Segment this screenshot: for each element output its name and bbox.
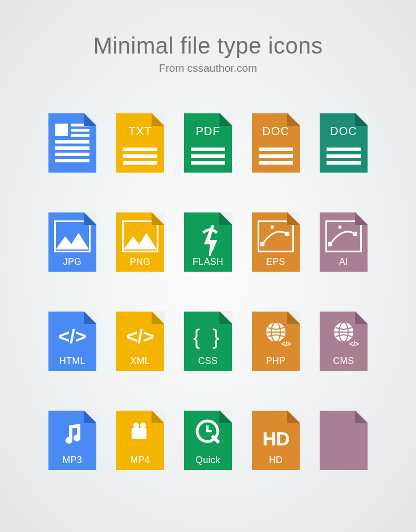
file-label: DOC [252,125,300,138]
file-icon-jpg: JPG [48,212,96,272]
file-icon-quick: Quick [184,411,232,470]
text-lines-icon [191,144,225,165]
code-brackets-icon: </> [116,325,164,347]
file-icon-hd: HDHD [252,411,300,470]
curly-braces-icon: { } [184,325,232,349]
file-label: HTML [59,356,85,366]
file-icon-xml: </>XML [116,312,164,371]
file-icon-pdf: PDF [184,113,232,173]
file-label: CSS [198,356,218,366]
video-camera-icon [128,422,152,447]
file-icon-doc-teal: DOC [320,113,368,173]
file-label: EPS [266,257,286,267]
text-lines-icon [259,144,293,165]
file-icon-mp3: MP3 [48,411,96,470]
flash-icon [184,207,232,272]
file-label: PNG [130,257,150,267]
file-icon-html: </>HTML [48,312,96,371]
code-brackets-icon: </> [48,325,96,347]
page-title: Minimal file type icons [0,33,416,59]
globe-icon: </> [332,321,355,346]
file-label: Quick [195,455,220,465]
image-icon [54,220,91,252]
file-icon-flash: FLASH [184,212,232,272]
hd-icon: HD [252,407,300,470]
file-icon-php: </>PHP [252,312,300,371]
globe-icon: </> [264,321,287,346]
file-label: DOC [320,125,368,138]
file-label: JPG [63,257,82,267]
file-icon-css: { }CSS [184,312,232,371]
file-icon-ai: AI [320,212,368,272]
file-label: CMS [333,356,354,366]
file-label: MP4 [130,455,150,465]
file-icon-cms: </>CMS [320,312,368,371]
file-icon-txt: TXT [116,113,164,173]
text-lines-icon [327,144,361,165]
quicktime-icon [195,419,221,447]
vector-icon [258,220,294,252]
icon-grid: TXT PDF DOC DOC JPGPNGFLASHEPSAI</>HTML<… [48,113,368,470]
text-lines-icon [123,144,157,165]
file-icon-blank [320,411,368,470]
file-icon-png: PNG [116,212,164,272]
file-icon-eps: EPS [252,212,300,272]
file-label: MP3 [63,455,82,465]
file-label: PHP [266,356,286,366]
image-icon [122,220,158,252]
file-label: TXT [116,125,164,138]
document-lines-icon [55,124,89,162]
file-label: AI [339,257,348,267]
page-subtitle: From cssauthor.com [0,62,416,75]
file-label: XML [130,356,150,366]
file-icon-doc-orange: DOC [252,113,300,173]
music-note-icon [61,422,84,449]
vector-icon [325,220,362,252]
file-icon-generic-doc [48,113,96,173]
file-label: PDF [184,125,232,138]
file-icon-mp4: MP4 [116,411,164,470]
